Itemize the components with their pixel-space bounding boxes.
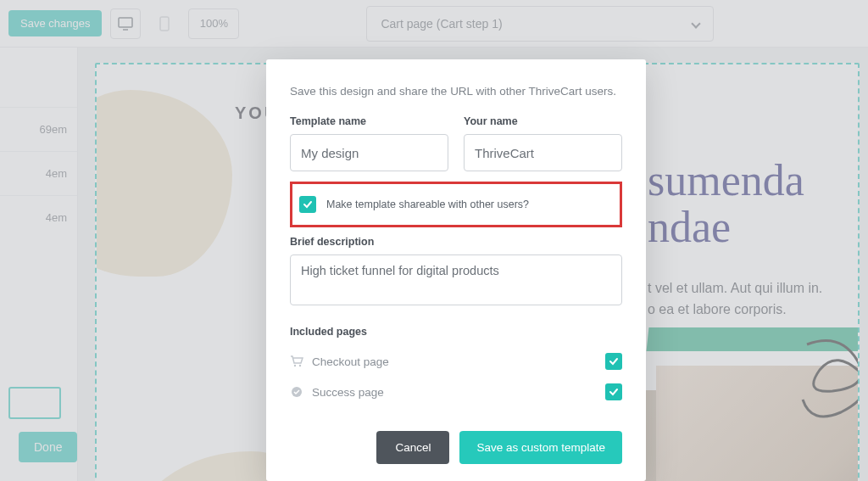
- check-icon: [609, 356, 619, 366]
- check-icon: [609, 387, 619, 397]
- cancel-button[interactable]: Cancel: [376, 431, 449, 464]
- included-page-label: Success page: [312, 386, 597, 399]
- included-pages-heading: Included pages: [290, 326, 622, 338]
- save-template-modal: Save this design and share the URL with …: [266, 59, 646, 481]
- modal-intro-text: Save this design and share the URL with …: [290, 83, 622, 100]
- included-page-row: Success page: [290, 377, 622, 407]
- description-label: Brief description: [290, 236, 622, 248]
- included-page-label: Checkout page: [312, 355, 597, 368]
- svg-point-4: [299, 365, 301, 366]
- description-textarea[interactable]: High ticket funnel for digital products: [290, 254, 622, 305]
- template-name-input[interactable]: [290, 134, 448, 171]
- template-name-label: Template name: [290, 115, 448, 127]
- shareable-label: Make template shareable with other users…: [326, 199, 529, 210]
- check-circle-icon: [290, 385, 303, 399]
- your-name-label: Your name: [464, 115, 622, 127]
- check-icon: [303, 199, 313, 210]
- included-page-row: Checkout page: [290, 346, 622, 377]
- shareable-checkbox[interactable]: [299, 196, 316, 213]
- svg-point-3: [294, 365, 296, 366]
- your-name-input[interactable]: [464, 134, 622, 171]
- include-checkout-checkbox[interactable]: [605, 353, 622, 370]
- save-as-template-button[interactable]: Save as custom template: [459, 431, 622, 464]
- include-success-checkbox[interactable]: [605, 383, 622, 400]
- cart-icon: [290, 355, 303, 368]
- shareable-highlight: Make template shareable with other users…: [290, 182, 622, 227]
